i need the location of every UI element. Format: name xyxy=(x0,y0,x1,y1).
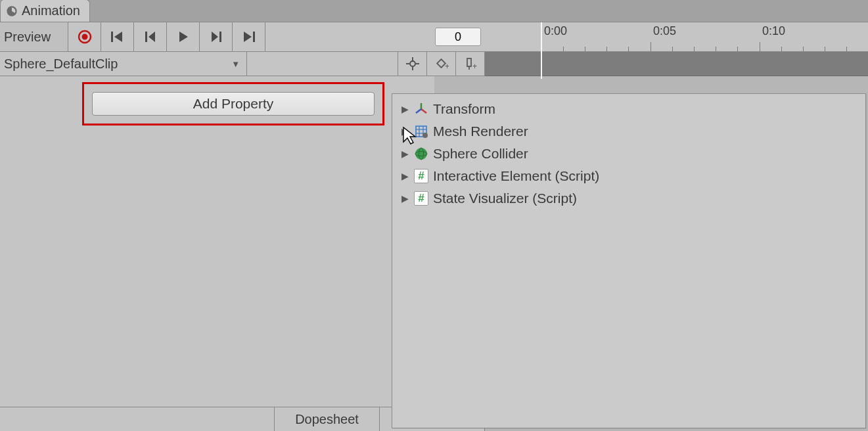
svg-point-12 xyxy=(410,61,415,66)
highlight-box: Add Property xyxy=(82,82,384,125)
event-plus-icon: + xyxy=(463,57,478,71)
prev-key-icon xyxy=(144,30,157,43)
property-item-sphere-collider[interactable]: ▶ Sphere Collider xyxy=(395,143,863,165)
clip-name: Sphere_DefaultClip xyxy=(4,57,118,72)
expander-icon[interactable]: ▶ xyxy=(400,171,409,181)
preview-label: Preview xyxy=(4,30,51,45)
play-icon xyxy=(177,30,189,43)
property-label: Transform xyxy=(433,101,495,117)
diamond-plus-icon: + xyxy=(434,57,449,71)
svg-text:+: + xyxy=(472,62,477,71)
tab-animation[interactable]: Animation xyxy=(0,0,90,22)
add-property-popup: ▶ Transform ▶ Mesh Renderer ▶ Sphere Col… xyxy=(392,93,866,428)
timeline-track-header xyxy=(485,52,868,76)
record-button[interactable] xyxy=(68,22,101,51)
expander-icon[interactable]: ▶ xyxy=(400,193,409,204)
tab-dopesheet[interactable]: Dopesheet xyxy=(275,407,380,431)
prev-frame-button[interactable] xyxy=(134,22,167,51)
svg-line-23 xyxy=(421,109,426,113)
dropdown-icon: ▼ xyxy=(231,59,240,69)
playhead[interactable] xyxy=(541,22,542,79)
ruler-label: 0:05 xyxy=(653,24,676,38)
next-frame-button[interactable] xyxy=(200,22,233,51)
first-frame-button[interactable] xyxy=(101,22,134,51)
tab-dopesheet-label: Dopesheet xyxy=(295,412,359,427)
svg-marker-4 xyxy=(114,32,122,42)
add-property-label: Add Property xyxy=(193,96,274,112)
svg-rect-3 xyxy=(111,32,113,42)
svg-point-30 xyxy=(423,133,428,138)
script-icon: # xyxy=(413,168,429,184)
svg-rect-9 xyxy=(219,32,221,42)
svg-marker-6 xyxy=(148,32,155,42)
svg-marker-34 xyxy=(403,127,415,144)
clock-icon xyxy=(6,5,18,17)
svg-point-2 xyxy=(81,34,87,40)
svg-text:+: + xyxy=(445,62,449,71)
property-item-transform[interactable]: ▶ Transform xyxy=(395,98,863,120)
skip-start-icon xyxy=(110,30,125,43)
property-item-state-visualizer[interactable]: ▶ # State Visualizer (Script) xyxy=(395,187,863,210)
property-label: State Visualizer (Script) xyxy=(433,191,577,206)
property-item-interactive-element[interactable]: ▶ # Interactive Element (Script) xyxy=(395,165,863,187)
crosshair-icon xyxy=(405,57,420,71)
svg-rect-17 xyxy=(437,59,445,68)
svg-point-31 xyxy=(415,148,427,160)
play-button[interactable] xyxy=(167,22,200,51)
add-event-button[interactable]: + xyxy=(456,52,485,76)
transform-icon xyxy=(413,101,429,117)
svg-marker-8 xyxy=(212,32,218,42)
ruler-label: 0:00 xyxy=(544,24,567,38)
tab-label: Animation xyxy=(22,3,80,18)
expander-icon[interactable]: ▶ xyxy=(400,148,409,159)
expander-icon[interactable]: ▶ xyxy=(400,104,409,114)
filter-by-selection-button[interactable] xyxy=(398,52,427,76)
svg-line-24 xyxy=(416,109,421,113)
last-frame-button[interactable] xyxy=(233,22,265,51)
tab-strip: Animation xyxy=(0,0,868,22)
next-key-icon xyxy=(210,30,223,43)
clip-spacer xyxy=(247,52,398,76)
add-keyframe-button[interactable]: + xyxy=(427,52,456,76)
script-icon: # xyxy=(413,191,429,206)
skip-end-icon xyxy=(242,30,256,43)
add-property-button[interactable]: Add Property xyxy=(92,92,375,116)
svg-marker-10 xyxy=(244,32,252,42)
cursor-icon xyxy=(402,126,419,149)
timeline-ruler[interactable]: 0:00 0:05 0:10 xyxy=(485,22,868,52)
property-label: Interactive Element (Script) xyxy=(433,168,599,184)
svg-marker-7 xyxy=(179,32,188,42)
svg-rect-5 xyxy=(145,32,147,42)
property-label: Mesh Renderer xyxy=(433,124,528,139)
record-icon xyxy=(78,30,92,44)
preview-button[interactable]: Preview xyxy=(0,22,68,51)
property-label: Sphere Collider xyxy=(433,146,528,162)
property-item-mesh-renderer[interactable]: ▶ Mesh Renderer xyxy=(395,120,863,143)
ruler-label: 0:10 xyxy=(762,24,785,38)
clip-dropdown[interactable]: Sphere_DefaultClip ▼ xyxy=(0,52,247,76)
properties-panel: Add Property xyxy=(0,76,434,431)
playback-spacer xyxy=(265,22,431,51)
svg-rect-19 xyxy=(467,58,471,66)
frame-input[interactable] xyxy=(435,28,481,46)
svg-rect-11 xyxy=(253,32,255,42)
